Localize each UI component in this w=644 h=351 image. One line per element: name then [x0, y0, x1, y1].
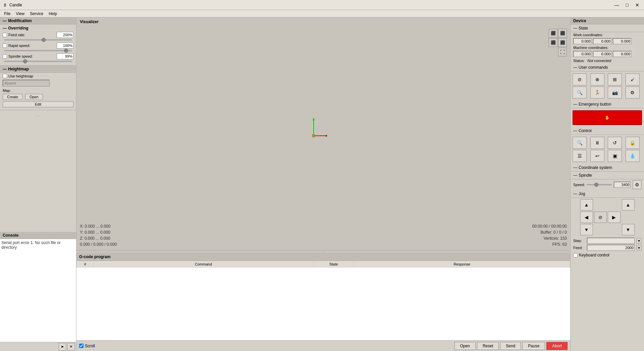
ctrl-droplet-btn[interactable]: 💧 [626, 150, 640, 162]
center-panel: Visualizer ⬛ ⬛ ⬛ ⬛ ⛶ [76, 17, 570, 351]
menu-view[interactable]: View [13, 11, 27, 17]
jog-step-input[interactable] [587, 238, 635, 244]
user-commands-collapse-icon: — [573, 65, 577, 70]
reset-button[interactable]: Reset [477, 342, 499, 350]
feed-rate-input[interactable]: 200% [57, 32, 73, 38]
spindle-speed-checkbox[interactable] [3, 54, 7, 59]
map-label: Map: [3, 89, 11, 93]
machine-coord-x[interactable] [573, 51, 592, 57]
create-button[interactable]: Create [3, 94, 22, 100]
machine-coord-z[interactable] [613, 51, 631, 57]
ctrl-lock-btn[interactable]: 🔒 [626, 137, 640, 149]
jog-xy-grid: ▲ ◀ ⊘ ▶ ▼ [580, 199, 621, 235]
spindle-gear-button[interactable]: ⚙ [633, 180, 641, 189]
spindle-speed-row: Speed: 3400 ⚙ [571, 179, 644, 190]
gcode-table[interactable]: # Command State Response [76, 261, 570, 340]
overriding-title: Overriding [8, 26, 29, 31]
spindle-speed-input[interactable]: 3400 [614, 182, 631, 188]
close-button[interactable]: ✕ [633, 2, 641, 8]
menu-file[interactable]: File [1, 11, 13, 17]
emergency-stop-button[interactable]: ✋ [573, 110, 642, 125]
spindle-speed-input[interactable]: 99% [57, 53, 73, 59]
ctrl-return-btn[interactable]: ↩ [590, 150, 604, 162]
view-3d-front-btn[interactable]: ⬛ [549, 29, 557, 38]
maximize-button[interactable]: □ [624, 2, 631, 8]
rapid-speed-slider-thumb[interactable] [64, 49, 68, 53]
open-map-button[interactable]: Open [25, 94, 43, 100]
ctrl-probe-btn[interactable]: 🔍 [573, 137, 587, 149]
feed-rate-slider-track[interactable] [4, 39, 72, 41]
keyboard-control-checkbox[interactable] [573, 253, 578, 257]
spindle-speed-slider-thumb[interactable] [23, 59, 27, 63]
menu-help[interactable]: Help [46, 11, 60, 17]
view-3d-iso-btn[interactable]: ⬛ [558, 38, 567, 47]
absent-input[interactable] [3, 80, 50, 86]
user-cmd-8[interactable]: ⚙ [626, 86, 640, 99]
user-cmd-4[interactable]: ↙ [626, 73, 640, 85]
spindle-collapse-icon: — [573, 173, 577, 178]
coords-info: X: 0.000 ... 0.000 Y: 0.000 ... 0.000 Z:… [80, 223, 117, 247]
view-controls: ⬛ ⬛ ⬛ ⬛ ⛶ [549, 29, 567, 56]
gcode-table-header-row: # Command State Response [77, 261, 570, 268]
spindle-slider[interactable] [587, 184, 612, 185]
view-3d-side-btn[interactable]: ⬛ [549, 38, 557, 47]
minimize-button[interactable]: — [612, 2, 621, 8]
jog-step-down-btn[interactable]: ▼ [637, 238, 641, 243]
rapid-speed-slider-track[interactable] [4, 50, 72, 51]
console-clear-icon[interactable]: ✕ [67, 343, 75, 350]
jog-row-middle: ◀ ⊘ ▶ [580, 212, 621, 223]
visualizer-section: Visualizer ⬛ ⬛ ⬛ ⬛ ⛶ [76, 17, 570, 250]
jog-feed-input[interactable] [587, 245, 635, 251]
visualizer-gcode-divider[interactable]: ··· [76, 250, 570, 253]
abort-button[interactable]: Abort [546, 342, 568, 350]
spindle-speed-slider-track[interactable] [4, 61, 72, 62]
ctrl-plane-btn[interactable]: ▣ [608, 150, 622, 162]
view-3d-top-btn[interactable]: ⬛ [558, 29, 567, 38]
work-coord-z[interactable] [613, 38, 631, 44]
fullscreen-button[interactable]: ⛶ [558, 48, 567, 56]
rapid-speed-slider-container [3, 50, 73, 51]
rapid-speed-input[interactable]: 100% [57, 43, 73, 49]
work-coord-x[interactable] [573, 38, 592, 44]
user-cmd-6[interactable]: 🏃 [590, 86, 604, 99]
console-send-icon[interactable]: ➤ [59, 343, 66, 350]
rapid-speed-checkbox[interactable] [3, 44, 7, 48]
work-coords-row [571, 38, 644, 45]
scroll-checkbox[interactable] [79, 344, 84, 348]
feed-rate-slider-thumb[interactable] [42, 38, 46, 42]
jog-z-down-button[interactable]: ▼ [622, 224, 635, 235]
machine-coords-label-row: Machine coordinates: [571, 45, 644, 50]
jog-z-up-button[interactable]: ▲ [622, 199, 635, 211]
modification-header: — Modification [0, 17, 76, 24]
feed-rate-checkbox[interactable] [3, 33, 7, 37]
edit-button[interactable]: Edit [3, 101, 73, 107]
jog-params: Step: ▼ Feed: ▼ [571, 237, 644, 252]
jog-center-button[interactable]: ⊘ [594, 212, 607, 223]
ctrl-reset-btn[interactable]: ↺ [608, 137, 622, 149]
machine-coord-y[interactable] [593, 51, 611, 57]
app-icon: 🕯 [3, 2, 7, 8]
jog-label: Jog [579, 191, 585, 196]
user-cmd-5[interactable]: 🔍 [573, 86, 587, 99]
user-cmd-1[interactable]: ⊘ [573, 73, 587, 85]
ctrl-pause-btn[interactable]: ⏸ [590, 137, 604, 149]
user-cmd-7[interactable]: 📷 [608, 86, 622, 99]
spindle-slider-thumb[interactable] [594, 183, 598, 187]
jog-up-button[interactable]: ▲ [580, 199, 593, 211]
timing-info: 00:00:00 / 00:00:00 Buffer: 0 / 0 / 0 Ve… [532, 223, 567, 247]
open-button[interactable]: Open [454, 342, 476, 350]
jog-left-button[interactable]: ◀ [580, 212, 593, 223]
jog-down-button[interactable]: ▼ [580, 224, 593, 235]
send-button[interactable]: Send [500, 342, 521, 350]
work-coord-y[interactable] [593, 38, 611, 44]
user-cmd-3[interactable]: ⊞ [608, 73, 622, 85]
user-cmd-2[interactable]: ⊗ [590, 73, 604, 85]
use-heightmap-checkbox[interactable] [3, 74, 7, 78]
ctrl-list-btn[interactable]: ☰ [573, 150, 587, 162]
menu-service[interactable]: Service [27, 11, 46, 17]
window-controls: — □ ✕ [612, 2, 641, 8]
jog-feed-down-btn[interactable]: ▼ [637, 245, 641, 250]
pause-button[interactable]: Pause [522, 342, 545, 350]
jog-right-button[interactable]: ▶ [608, 212, 621, 223]
jog-layout: ▲ ◀ ⊘ ▶ ▼ ▲ ▼ [571, 198, 644, 237]
